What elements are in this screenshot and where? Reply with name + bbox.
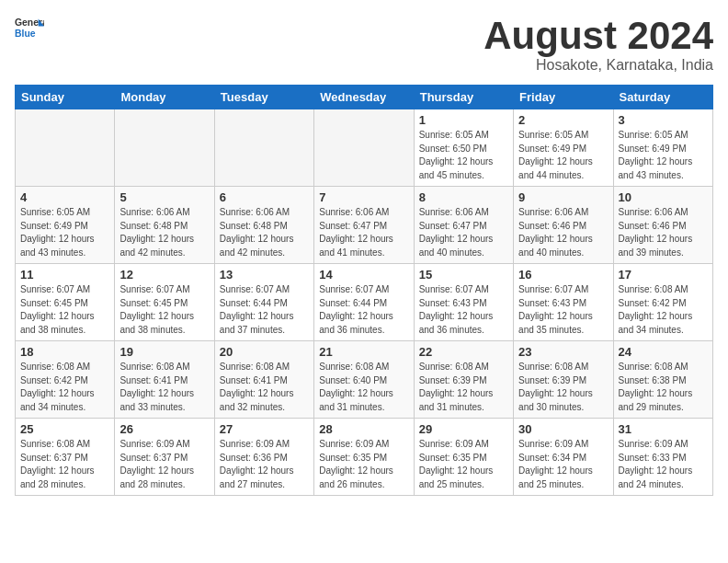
calendar-cell: 25Sunrise: 6:08 AMSunset: 6:37 PMDayligh… bbox=[16, 419, 115, 496]
day-number: 19 bbox=[119, 345, 209, 359]
day-info: Sunrise: 6:07 AMSunset: 6:44 PMDaylight:… bbox=[319, 283, 408, 337]
day-number: 22 bbox=[419, 345, 508, 359]
day-info: Sunrise: 6:05 AMSunset: 6:49 PMDaylight:… bbox=[619, 129, 708, 182]
calendar-cell: 14Sunrise: 6:07 AMSunset: 6:44 PMDayligh… bbox=[314, 264, 414, 341]
day-info: Sunrise: 6:06 AMSunset: 6:47 PMDaylight:… bbox=[319, 206, 408, 259]
calendar-table: SundayMondayTuesdayWednesdayThursdayFrid… bbox=[15, 85, 713, 496]
weekday-header: Wednesday bbox=[314, 86, 414, 109]
day-number: 9 bbox=[518, 190, 608, 204]
weekday-header-row: SundayMondayTuesdayWednesdayThursdayFrid… bbox=[16, 86, 713, 109]
day-info: Sunrise: 6:08 AMSunset: 6:41 PMDaylight:… bbox=[220, 361, 309, 414]
calendar-cell: 30Sunrise: 6:09 AMSunset: 6:34 PMDayligh… bbox=[514, 419, 613, 496]
calendar-cell: 29Sunrise: 6:09 AMSunset: 6:35 PMDayligh… bbox=[414, 419, 513, 496]
calendar-cell: 23Sunrise: 6:08 AMSunset: 6:39 PMDayligh… bbox=[514, 341, 613, 419]
calendar-cell: 12Sunrise: 6:07 AMSunset: 6:45 PMDayligh… bbox=[115, 264, 214, 341]
day-number: 31 bbox=[619, 422, 708, 436]
calendar-cell: 27Sunrise: 6:09 AMSunset: 6:36 PMDayligh… bbox=[214, 419, 313, 496]
calendar-cell: 26Sunrise: 6:09 AMSunset: 6:37 PMDayligh… bbox=[115, 419, 214, 496]
weekday-header: Thursday bbox=[414, 86, 513, 109]
day-info: Sunrise: 6:08 AMSunset: 6:39 PMDaylight:… bbox=[518, 361, 608, 414]
day-info: Sunrise: 6:09 AMSunset: 6:35 PMDaylight:… bbox=[419, 438, 508, 491]
day-number: 1 bbox=[419, 113, 508, 127]
calendar-cell bbox=[314, 109, 414, 187]
calendar-cell: 16Sunrise: 6:07 AMSunset: 6:43 PMDayligh… bbox=[514, 264, 613, 341]
calendar-cell bbox=[214, 109, 313, 187]
day-info: Sunrise: 6:08 AMSunset: 6:42 PMDaylight:… bbox=[20, 361, 109, 414]
day-info: Sunrise: 6:07 AMSunset: 6:43 PMDaylight:… bbox=[518, 283, 608, 337]
day-number: 28 bbox=[319, 422, 408, 436]
day-info: Sunrise: 6:09 AMSunset: 6:37 PMDaylight:… bbox=[119, 438, 209, 491]
calendar-week-row: 1Sunrise: 6:05 AMSunset: 6:50 PMDaylight… bbox=[16, 109, 713, 187]
calendar-cell: 10Sunrise: 6:06 AMSunset: 6:46 PMDayligh… bbox=[613, 187, 712, 264]
calendar-cell: 15Sunrise: 6:07 AMSunset: 6:43 PMDayligh… bbox=[414, 264, 513, 341]
title-block: August 2024 Hosakote, Karnataka, India bbox=[483, 15, 713, 74]
day-info: Sunrise: 6:09 AMSunset: 6:34 PMDaylight:… bbox=[518, 438, 608, 491]
calendar-cell: 11Sunrise: 6:07 AMSunset: 6:45 PMDayligh… bbox=[16, 264, 115, 341]
day-number: 5 bbox=[119, 190, 209, 204]
day-info: Sunrise: 6:05 AMSunset: 6:49 PMDaylight:… bbox=[20, 206, 109, 259]
svg-text:Blue: Blue bbox=[15, 29, 36, 39]
day-info: Sunrise: 6:07 AMSunset: 6:45 PMDaylight:… bbox=[20, 283, 109, 337]
calendar-cell: 7Sunrise: 6:06 AMSunset: 6:47 PMDaylight… bbox=[314, 187, 414, 264]
calendar-cell: 6Sunrise: 6:06 AMSunset: 6:48 PMDaylight… bbox=[214, 187, 313, 264]
day-info: Sunrise: 6:08 AMSunset: 6:42 PMDaylight:… bbox=[619, 283, 708, 337]
calendar-cell: 31Sunrise: 6:09 AMSunset: 6:33 PMDayligh… bbox=[613, 419, 712, 496]
calendar-week-row: 11Sunrise: 6:07 AMSunset: 6:45 PMDayligh… bbox=[16, 264, 713, 341]
month-title: August 2024 bbox=[483, 15, 713, 57]
day-number: 24 bbox=[619, 345, 708, 359]
day-info: Sunrise: 6:07 AMSunset: 6:43 PMDaylight:… bbox=[419, 283, 508, 337]
page-header: General Blue August 2024 Hosakote, Karna… bbox=[15, 15, 713, 74]
day-number: 15 bbox=[419, 268, 508, 282]
day-info: Sunrise: 6:08 AMSunset: 6:39 PMDaylight:… bbox=[419, 361, 508, 414]
day-number: 29 bbox=[419, 422, 508, 436]
day-info: Sunrise: 6:07 AMSunset: 6:45 PMDaylight:… bbox=[119, 283, 209, 337]
calendar-cell: 18Sunrise: 6:08 AMSunset: 6:42 PMDayligh… bbox=[16, 341, 115, 419]
day-number: 18 bbox=[20, 345, 109, 359]
weekday-header: Tuesday bbox=[214, 86, 313, 109]
calendar-week-row: 18Sunrise: 6:08 AMSunset: 6:42 PMDayligh… bbox=[16, 341, 713, 419]
day-number: 23 bbox=[518, 345, 608, 359]
calendar-cell: 24Sunrise: 6:08 AMSunset: 6:38 PMDayligh… bbox=[613, 341, 712, 419]
calendar-week-row: 4Sunrise: 6:05 AMSunset: 6:49 PMDaylight… bbox=[16, 187, 713, 264]
calendar-cell: 17Sunrise: 6:08 AMSunset: 6:42 PMDayligh… bbox=[613, 264, 712, 341]
day-info: Sunrise: 6:06 AMSunset: 6:46 PMDaylight:… bbox=[518, 206, 608, 259]
calendar-cell bbox=[16, 109, 115, 187]
day-number: 13 bbox=[220, 268, 309, 282]
weekday-header: Monday bbox=[115, 86, 214, 109]
calendar-cell: 5Sunrise: 6:06 AMSunset: 6:48 PMDaylight… bbox=[115, 187, 214, 264]
day-number: 4 bbox=[20, 190, 109, 204]
weekday-header: Saturday bbox=[613, 86, 712, 109]
day-info: Sunrise: 6:08 AMSunset: 6:40 PMDaylight:… bbox=[319, 361, 408, 414]
day-info: Sunrise: 6:06 AMSunset: 6:48 PMDaylight:… bbox=[119, 206, 209, 259]
day-number: 7 bbox=[319, 190, 408, 204]
calendar-cell bbox=[115, 109, 214, 187]
location: Hosakote, Karnataka, India bbox=[483, 57, 713, 74]
day-number: 17 bbox=[619, 268, 708, 282]
day-info: Sunrise: 6:09 AMSunset: 6:35 PMDaylight:… bbox=[319, 438, 408, 491]
calendar-cell: 20Sunrise: 6:08 AMSunset: 6:41 PMDayligh… bbox=[214, 341, 313, 419]
day-number: 12 bbox=[119, 268, 209, 282]
day-info: Sunrise: 6:07 AMSunset: 6:44 PMDaylight:… bbox=[220, 283, 309, 337]
day-info: Sunrise: 6:06 AMSunset: 6:47 PMDaylight:… bbox=[419, 206, 508, 259]
day-info: Sunrise: 6:05 AMSunset: 6:49 PMDaylight:… bbox=[518, 129, 608, 182]
day-info: Sunrise: 6:08 AMSunset: 6:37 PMDaylight:… bbox=[20, 438, 109, 491]
day-number: 6 bbox=[220, 190, 309, 204]
day-number: 8 bbox=[419, 190, 508, 204]
day-number: 20 bbox=[220, 345, 309, 359]
day-info: Sunrise: 6:09 AMSunset: 6:36 PMDaylight:… bbox=[220, 438, 309, 491]
calendar-week-row: 25Sunrise: 6:08 AMSunset: 6:37 PMDayligh… bbox=[16, 419, 713, 496]
day-number: 27 bbox=[220, 422, 309, 436]
day-number: 11 bbox=[20, 268, 109, 282]
day-number: 10 bbox=[619, 190, 708, 204]
day-info: Sunrise: 6:08 AMSunset: 6:41 PMDaylight:… bbox=[119, 361, 209, 414]
day-info: Sunrise: 6:09 AMSunset: 6:33 PMDaylight:… bbox=[619, 438, 708, 491]
day-number: 16 bbox=[518, 268, 608, 282]
calendar-cell: 21Sunrise: 6:08 AMSunset: 6:40 PMDayligh… bbox=[314, 341, 414, 419]
day-number: 26 bbox=[119, 422, 209, 436]
calendar-cell: 1Sunrise: 6:05 AMSunset: 6:50 PMDaylight… bbox=[414, 109, 513, 187]
day-number: 3 bbox=[619, 113, 708, 127]
calendar-cell: 4Sunrise: 6:05 AMSunset: 6:49 PMDaylight… bbox=[16, 187, 115, 264]
logo: General Blue bbox=[15, 15, 44, 40]
calendar-cell: 9Sunrise: 6:06 AMSunset: 6:46 PMDaylight… bbox=[514, 187, 613, 264]
day-info: Sunrise: 6:06 AMSunset: 6:46 PMDaylight:… bbox=[619, 206, 708, 259]
